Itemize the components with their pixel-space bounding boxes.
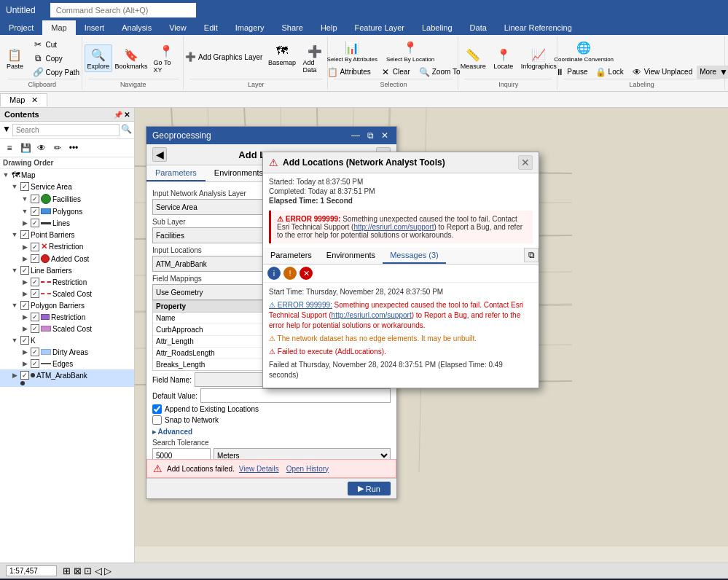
gp-tab-parameters[interactable]: Parameters — [146, 165, 206, 181]
expand-service-area[interactable]: ▼ — [10, 182, 19, 191]
layer-line-barriers[interactable]: ▼ Line Barriers — [0, 264, 134, 276]
info-filter-btn[interactable]: i — [267, 267, 281, 280]
error-tab-environments[interactable]: Environments — [319, 248, 383, 264]
gp-minimize-btn[interactable]: — — [350, 130, 361, 141]
checkbox-atm-arabbank[interactable] — [20, 371, 29, 380]
checkbox-dirty-areas[interactable] — [31, 348, 39, 356]
checkbox-added-cost[interactable] — [31, 254, 39, 263]
tab-insert[interactable]: Insert — [76, 20, 114, 35]
layer-edges[interactable]: ▶ Edges — [0, 358, 134, 369]
layer-scaled-cost-line[interactable]: ▶ Scaled Cost — [0, 288, 134, 299]
search-tolerance-input[interactable] — [152, 448, 211, 459]
scale-input[interactable] — [6, 565, 57, 576]
checkbox-facilities[interactable] — [31, 195, 39, 203]
more-options-btn[interactable]: ••• — [66, 141, 81, 155]
error-tab-messages[interactable]: Messages (3) — [383, 248, 446, 264]
coordinate-conversion-button[interactable]: 🌐 Coordinate Conversion — [551, 39, 617, 64]
layer-lines[interactable]: ▶ Lines — [0, 217, 134, 229]
warning-filter-btn[interactable]: ! — [283, 267, 297, 280]
layer-restriction-polygon[interactable]: ▶ Restriction — [0, 311, 134, 323]
basemap-button[interactable]: 🗺 Basemap — [267, 42, 297, 75]
cut-button[interactable]: ✂ Cut — [29, 38, 82, 51]
tab-view[interactable]: View — [160, 20, 195, 35]
search-tolerance-unit[interactable]: Meters — [214, 448, 391, 459]
open-history-link[interactable]: Open History — [286, 465, 329, 473]
lock-button[interactable]: 🔒 Lock — [592, 66, 627, 79]
layer-polygon-barriers[interactable]: ▼ Polygon Barriers — [0, 299, 134, 311]
clear-button[interactable]: ✕ Clear — [377, 66, 413, 79]
error-tab-parameters[interactable]: Parameters — [263, 248, 319, 264]
default-value-input[interactable] — [200, 388, 391, 403]
list-by-drawing-order-btn[interactable]: ≡ — [2, 141, 17, 155]
layer-restriction-point[interactable]: ▶ ✕ Restriction — [0, 240, 134, 253]
checkbox-scaled-cost-line[interactable] — [31, 289, 39, 298]
layer-added-cost[interactable]: ▶ Added Cost — [0, 253, 134, 264]
checkbox-polygon-barriers[interactable] — [20, 301, 29, 310]
map-tab-close[interactable]: ✕ — [31, 95, 38, 104]
layer-service-area[interactable]: ▼ Service Area — [0, 181, 134, 192]
map-tab[interactable]: Map ✕ — [0, 93, 47, 106]
expand-atm-arabbank[interactable]: ▶ — [10, 371, 19, 380]
expand-restriction-line[interactable]: ▶ — [20, 278, 29, 286]
expand-map[interactable]: ▼ — [1, 171, 10, 179]
checkbox-k[interactable] — [20, 336, 29, 345]
error-link[interactable]: http://esriurl.com/support — [353, 223, 434, 231]
expand-lines[interactable]: ▶ — [20, 219, 29, 227]
expand-restriction-point[interactable]: ▶ — [20, 243, 29, 251]
tab-labeling[interactable]: Labeling — [413, 20, 461, 35]
go-to-xy-button[interactable]: 📍 Go To XY — [151, 42, 182, 75]
checkbox-restriction-point[interactable] — [31, 243, 39, 251]
expand-restriction-polygon[interactable]: ▶ — [20, 313, 29, 321]
checkbox-edges[interactable] — [31, 359, 39, 368]
command-search-input[interactable] — [50, 3, 196, 17]
pause-button[interactable]: ⏸ Pause — [551, 66, 590, 79]
tab-help[interactable]: Help — [312, 20, 346, 35]
checkbox-point-barriers[interactable] — [20, 230, 29, 239]
explore-button[interactable]: 🔍 Explore — [85, 44, 112, 72]
copy-button[interactable]: ⧉ Copy — [29, 52, 82, 65]
list-by-source-btn[interactable]: 💾 — [18, 141, 33, 155]
append-checkbox[interactable] — [152, 404, 162, 414]
checkbox-scaled-cost-polygon[interactable] — [31, 324, 39, 333]
attributes-button[interactable]: 📋 Attributes — [324, 66, 374, 79]
expand-facilities[interactable]: ▼ — [20, 195, 29, 203]
expand-scaled-cost-line[interactable]: ▶ — [20, 289, 29, 298]
checkbox-restriction-polygon[interactable] — [31, 313, 39, 321]
paste-button[interactable]: 📋 Paste — [1, 45, 28, 71]
expand-point-barriers[interactable]: ▼ — [10, 230, 19, 239]
contents-search-icon[interactable]: 🔍 — [121, 124, 132, 136]
expand-dirty-areas[interactable]: ▶ — [20, 348, 29, 356]
view-unplaced-button[interactable]: 👁 View Unplaced — [628, 66, 696, 79]
expand-polygon-barriers[interactable]: ▼ — [10, 301, 19, 310]
expand-k[interactable]: ▼ — [10, 336, 19, 345]
checkbox-line-barriers[interactable] — [20, 266, 29, 275]
snap-checkbox[interactable] — [152, 415, 162, 425]
expand-line-barriers[interactable]: ▼ — [10, 266, 19, 275]
locate-button[interactable]: 📍 Locate — [490, 45, 517, 71]
tab-linear-referencing[interactable]: Linear Referencing — [496, 20, 581, 35]
more-button[interactable]: More ▼ — [697, 66, 728, 79]
add-graphics-layer-button[interactable]: ➕ Add Graphics Layer — [182, 50, 265, 63]
layer-k[interactable]: ▼ K — [0, 334, 134, 346]
checkbox-polygons[interactable] — [31, 207, 39, 216]
list-by-visibility-btn[interactable]: 👁 — [34, 141, 49, 155]
error-filter-btn[interactable]: ✕ — [300, 267, 313, 280]
layer-map[interactable]: ▼ 🗺 Map — [0, 169, 134, 181]
tab-analysis[interactable]: Analysis — [113, 20, 160, 35]
expand-edges[interactable]: ▶ — [20, 359, 29, 368]
checkbox-restriction-line[interactable] — [31, 278, 39, 286]
view-details-link[interactable]: View Details — [239, 465, 279, 473]
zoom-to-button[interactable]: 🔍 Zoom To — [416, 66, 463, 79]
gp-close-btn[interactable]: ✕ — [379, 130, 391, 141]
layer-scaled-cost-polygon[interactable]: ▶ Scaled Cost — [0, 323, 134, 334]
gp-undock-btn[interactable]: ⧉ — [364, 130, 376, 141]
map-canvas[interactable]: Geoprocessing — ⧉ ✕ ◀ Add Locations + Pa… — [135, 108, 728, 546]
bookmarks-button[interactable]: 🔖 Bookmarks — [114, 45, 149, 71]
contents-pin[interactable]: 📌 — [114, 111, 122, 119]
measure-button[interactable]: 📏 Measure — [458, 45, 489, 71]
contents-close[interactable]: ✕ — [124, 111, 130, 119]
messages-copy-btn[interactable]: ⧉ — [524, 248, 539, 262]
layer-atm-arabbank[interactable]: ▶ ATM_ArabBank — [0, 369, 134, 387]
checkbox-lines[interactable] — [31, 219, 39, 227]
run-button[interactable]: ▶ Run — [348, 482, 391, 495]
